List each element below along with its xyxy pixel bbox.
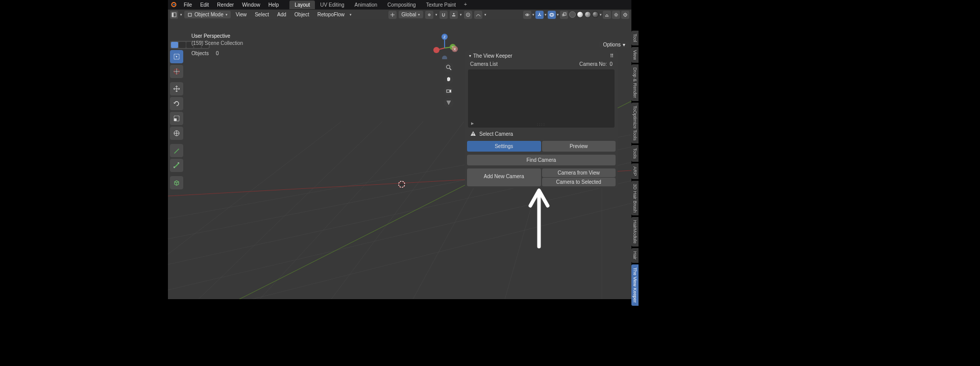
right-tab-viewkeeper[interactable]: The View Keeper bbox=[631, 264, 639, 306]
3d-viewport[interactable]: Options ▾ User Perspective (159) Scene C… bbox=[168, 19, 631, 299]
menu-render[interactable]: Render bbox=[213, 1, 237, 9]
scale-tool[interactable] bbox=[170, 112, 183, 125]
snap-target-icon[interactable] bbox=[450, 11, 458, 19]
warning-icon bbox=[470, 131, 476, 137]
mode-dropdown[interactable]: Object Mode ▾ bbox=[184, 11, 231, 18]
right-tab-tools[interactable]: Tools bbox=[631, 145, 639, 162]
shading-wireframe-icon[interactable] bbox=[569, 11, 576, 18]
editor-type-icon[interactable] bbox=[170, 11, 178, 19]
select-vertex-icon[interactable] bbox=[171, 42, 178, 48]
3d-cursor-icon bbox=[397, 180, 406, 189]
right-tab-hairmodule[interactable]: HairModule bbox=[631, 217, 639, 247]
right-tab-tooptimize[interactable]: ToOptimize Tools bbox=[631, 103, 639, 143]
add-new-camera-button[interactable]: Add New Camera bbox=[467, 168, 541, 186]
chevron-down-icon: ▾ bbox=[469, 54, 471, 58]
gear-icon[interactable] bbox=[612, 11, 620, 19]
header-add[interactable]: Add bbox=[274, 11, 289, 18]
move-tool[interactable] bbox=[170, 82, 183, 95]
orientation-icon[interactable] bbox=[388, 11, 397, 19]
camera-list-box[interactable]: ▶ :::: bbox=[468, 69, 615, 128]
annotate-tool[interactable] bbox=[170, 144, 183, 157]
add-cube-tool[interactable] bbox=[170, 176, 183, 189]
workspace-tab-layout[interactable]: Layout bbox=[289, 1, 315, 9]
proportional-falloff-icon[interactable] bbox=[474, 11, 482, 19]
svg-line-22 bbox=[168, 181, 631, 290]
panel-header[interactable]: ▾ The View Keeper ⠿ bbox=[467, 52, 616, 60]
left-toolbar bbox=[170, 50, 183, 189]
camera-from-view-button[interactable]: Camera from View bbox=[542, 168, 616, 177]
orientation-label: Global bbox=[402, 12, 416, 17]
shading-material-icon[interactable] bbox=[584, 11, 591, 18]
workspace-tab-texturepaint[interactable]: Texture Paint bbox=[421, 1, 461, 9]
snap-icon[interactable] bbox=[439, 11, 448, 19]
zoom-icon[interactable] bbox=[444, 62, 454, 72]
add-workspace-button[interactable]: + bbox=[461, 1, 470, 9]
preview-button[interactable]: Preview bbox=[542, 141, 616, 152]
rotate-tool[interactable] bbox=[170, 97, 183, 110]
settings-button[interactable]: Settings bbox=[467, 141, 541, 152]
svg-text:Z: Z bbox=[444, 35, 446, 39]
viewport-header: ▾ Object Mode ▾ View Select Add Object R… bbox=[168, 9, 631, 19]
measure-tool[interactable] bbox=[170, 159, 183, 172]
proportional-edit-icon[interactable] bbox=[464, 11, 472, 19]
camera-lock-icon[interactable] bbox=[621, 11, 629, 19]
line-overlay-icon[interactable] bbox=[603, 11, 611, 19]
svg-point-47 bbox=[447, 65, 450, 69]
pivot-icon[interactable] bbox=[425, 11, 433, 19]
svg-rect-49 bbox=[447, 90, 450, 92]
cursor-tool[interactable] bbox=[170, 65, 183, 78]
right-tab-view[interactable]: View bbox=[631, 47, 639, 63]
svg-point-11 bbox=[527, 14, 528, 15]
panel-dots-icon[interactable]: ⠿ bbox=[610, 53, 614, 59]
perspective-toggle-icon[interactable] bbox=[444, 97, 454, 108]
select-box-tool[interactable] bbox=[170, 50, 183, 63]
menu-edit[interactable]: Edit bbox=[197, 1, 212, 9]
workspace-tab-animation[interactable]: Animation bbox=[350, 1, 382, 9]
view-keeper-panel: ▾ The View Keeper ⠿ Camera List Camera N… bbox=[465, 50, 618, 188]
menu-file[interactable]: File bbox=[180, 1, 195, 9]
header-retopoflow[interactable]: RetopoFlow bbox=[314, 11, 348, 18]
options-label: Options bbox=[603, 42, 621, 47]
camera-view-icon[interactable] bbox=[444, 86, 454, 96]
svg-point-10 bbox=[468, 14, 469, 15]
viewport-options-button[interactable]: Options ▾ bbox=[599, 41, 629, 48]
right-tab-3dhair[interactable]: 3D Hair Brush bbox=[631, 181, 639, 216]
select-edge-icon[interactable] bbox=[179, 42, 186, 48]
workspace-tab-compositing[interactable]: Compositing bbox=[382, 1, 421, 9]
workspace-tab-uv[interactable]: UV Editing bbox=[315, 1, 349, 9]
right-tab-hair[interactable]: Hair bbox=[631, 248, 639, 263]
orientation-dropdown[interactable]: Global ▾ bbox=[399, 11, 424, 18]
shading-solid-icon[interactable] bbox=[577, 11, 583, 18]
transform-tool[interactable] bbox=[170, 127, 183, 140]
select-camera-text: Select Camera bbox=[479, 131, 513, 137]
right-tab-drop-render[interactable]: Drop & Render bbox=[631, 64, 639, 101]
header-view[interactable]: View bbox=[233, 11, 250, 18]
menu-help[interactable]: Help bbox=[265, 1, 283, 9]
svg-line-24 bbox=[199, 121, 382, 299]
expand-triangle-icon[interactable]: ▶ bbox=[471, 121, 474, 126]
xray-icon[interactable] bbox=[560, 11, 568, 19]
visibility-icon[interactable] bbox=[523, 11, 531, 19]
right-tab-arp[interactable]: ARP bbox=[631, 163, 639, 179]
top-menubar: File Edit Render Window Help Layout UV E… bbox=[168, 0, 631, 9]
overlay-toggle-icon[interactable] bbox=[548, 11, 556, 19]
svg-text:X: X bbox=[454, 47, 456, 51]
navigation-gizmo[interactable]: Z Y X bbox=[431, 33, 458, 59]
svg-point-1 bbox=[174, 4, 175, 6]
header-object[interactable]: Object bbox=[291, 11, 312, 18]
pan-icon[interactable] bbox=[444, 74, 454, 84]
menu-window[interactable]: Window bbox=[238, 1, 264, 9]
svg-point-41 bbox=[433, 47, 439, 53]
svg-line-48 bbox=[450, 68, 451, 70]
header-select[interactable]: Select bbox=[252, 11, 272, 18]
right-tab-tool[interactable]: Tool bbox=[631, 31, 639, 45]
find-camera-button[interactable]: Find Camera bbox=[467, 155, 616, 165]
svg-rect-33 bbox=[174, 118, 177, 121]
camera-list-header: Camera List Camera No: 0 bbox=[467, 60, 616, 68]
svg-point-8 bbox=[453, 13, 455, 14]
resize-grip-icon[interactable]: :::: bbox=[537, 122, 546, 127]
gizmo-toggle-icon[interactable] bbox=[535, 11, 544, 19]
camera-to-selected-button[interactable]: Camera to Selected bbox=[542, 178, 616, 186]
shading-rendered-icon[interactable] bbox=[592, 11, 599, 18]
camera-no-value: 0 bbox=[609, 61, 612, 67]
